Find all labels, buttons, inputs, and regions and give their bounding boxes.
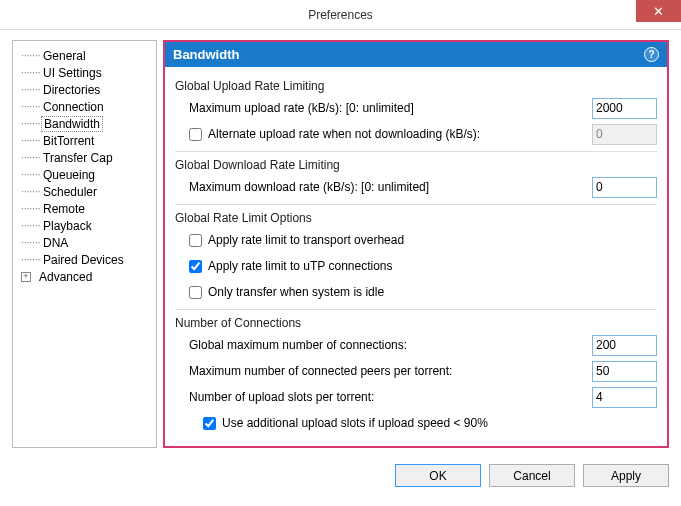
close-icon: ✕ — [653, 4, 664, 19]
tree-item-dna[interactable]: ·······DNA — [17, 234, 152, 251]
plus-icon[interactable]: + — [21, 272, 31, 282]
tree-item-transfer-cap[interactable]: ·······Transfer Cap — [17, 149, 152, 166]
tree-item-scheduler[interactable]: ·······Scheduler — [17, 183, 152, 200]
extra-slots-checkbox[interactable] — [203, 417, 216, 430]
tree-item-general[interactable]: ·······General — [17, 47, 152, 64]
titlebar: Preferences ✕ — [0, 0, 681, 30]
window-title: Preferences — [308, 8, 373, 22]
help-icon[interactable]: ? — [644, 47, 659, 62]
idle-label: Only transfer when system is idle — [208, 285, 657, 299]
tree-item-connection[interactable]: ·······Connection — [17, 98, 152, 115]
ok-button[interactable]: OK — [395, 464, 481, 487]
tree-item-playback[interactable]: ·······Playback — [17, 217, 152, 234]
global-conn-label: Global maximum number of connections: — [189, 338, 592, 352]
tree-item-paired-devices[interactable]: ·······Paired Devices — [17, 251, 152, 268]
section-upload: Global Upload Rate Limiting — [175, 79, 657, 93]
max-upload-label: Maximum upload rate (kB/s): [0: unlimite… — [189, 101, 592, 115]
tree-item-remote[interactable]: ·······Remote — [17, 200, 152, 217]
category-tree: ·······General ·······UI Settings ······… — [12, 40, 157, 448]
section-options: Global Rate Limit Options — [175, 211, 657, 225]
alt-upload-label: Alternate upload rate when not downloadi… — [208, 127, 592, 141]
utp-checkbox[interactable] — [189, 260, 202, 273]
overhead-label: Apply rate limit to transport overhead — [208, 233, 657, 247]
utp-label: Apply rate limit to uTP connections — [208, 259, 657, 273]
tree-item-bandwidth[interactable]: ·······Bandwidth — [17, 115, 152, 132]
peers-label: Maximum number of connected peers per to… — [189, 364, 592, 378]
tree-item-bittorrent[interactable]: ·······BitTorrent — [17, 132, 152, 149]
tree-item-ui-settings[interactable]: ·······UI Settings — [17, 64, 152, 81]
max-upload-input[interactable] — [592, 98, 657, 119]
cancel-button[interactable]: Cancel — [489, 464, 575, 487]
alt-upload-input — [592, 124, 657, 145]
section-connections: Number of Connections — [175, 316, 657, 330]
max-download-input[interactable] — [592, 177, 657, 198]
settings-panel: Bandwidth ? Global Upload Rate Limiting … — [163, 40, 669, 448]
overhead-checkbox[interactable] — [189, 234, 202, 247]
extra-slots-label: Use additional upload slots if upload sp… — [222, 416, 657, 430]
slots-label: Number of upload slots per torrent: — [189, 390, 592, 404]
tree-item-directories[interactable]: ·······Directories — [17, 81, 152, 98]
close-button[interactable]: ✕ — [636, 0, 681, 22]
tree-item-queueing[interactable]: ·······Queueing — [17, 166, 152, 183]
tree-item-advanced[interactable]: +Advanced — [17, 268, 152, 285]
alt-upload-checkbox[interactable] — [189, 128, 202, 141]
panel-title: Bandwidth — [173, 47, 239, 62]
apply-button[interactable]: Apply — [583, 464, 669, 487]
panel-header: Bandwidth ? — [165, 42, 667, 67]
max-download-label: Maximum download rate (kB/s): [0: unlimi… — [189, 180, 592, 194]
section-download: Global Download Rate Limiting — [175, 158, 657, 172]
idle-checkbox[interactable] — [189, 286, 202, 299]
peers-input[interactable] — [592, 361, 657, 382]
slots-input[interactable] — [592, 387, 657, 408]
button-bar: OK Cancel Apply — [0, 456, 681, 497]
global-conn-input[interactable] — [592, 335, 657, 356]
